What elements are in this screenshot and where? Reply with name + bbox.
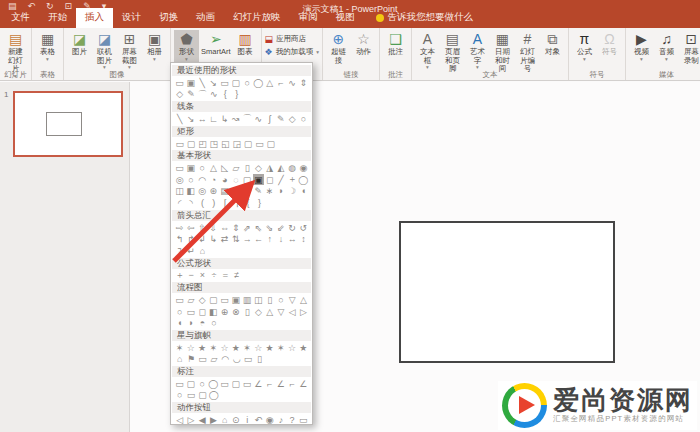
shape-cell[interactable]: ▣ xyxy=(185,77,196,88)
shape-cell[interactable]: ▢ xyxy=(242,138,253,149)
shape-cell[interactable]: ◯ xyxy=(298,174,309,185)
shape-cell[interactable]: ☆ xyxy=(219,342,230,353)
shape-cell[interactable]: ⇩ xyxy=(208,222,219,233)
shape-cell[interactable]: ★ xyxy=(264,342,275,353)
shape-cell[interactable]: ◎ xyxy=(174,174,185,185)
shape-cell[interactable]: ↳ xyxy=(208,233,219,244)
shape-cell[interactable]: ★ xyxy=(230,342,241,353)
shape-cell[interactable]: ▷ xyxy=(185,414,196,425)
shape-cell[interactable]: ↳ xyxy=(219,113,230,124)
tab-view[interactable]: 视图 xyxy=(327,8,364,28)
shape-cell[interactable]: ⇨ xyxy=(174,222,185,233)
shape-cell[interactable]: ▢ xyxy=(197,390,208,401)
shape-cell[interactable]: ★ xyxy=(197,342,208,353)
shape-cell[interactable]: ▢ xyxy=(208,294,219,305)
shape-cell[interactable]: ⇙ xyxy=(275,222,286,233)
shape-cell[interactable]: ▭ xyxy=(174,294,185,305)
symbol-button[interactable]: Ω符号 xyxy=(597,30,622,58)
screen-record-button[interactable]: ⊡屏幕录制 xyxy=(679,30,700,66)
shapes-button[interactable]: ⬟形状▾ xyxy=(174,30,199,63)
shape-cell[interactable]: ⇄ xyxy=(219,233,230,244)
shape-cell[interactable]: ▱ xyxy=(230,162,241,173)
shape-cell[interactable]: ○ xyxy=(174,390,185,401)
shape-cell[interactable]: ↴ xyxy=(174,245,185,256)
shape-cell[interactable]: ⊗ xyxy=(230,306,241,317)
shape-cell[interactable]: ▭ xyxy=(242,354,253,365)
shape-cell[interactable]: ⌂ xyxy=(219,414,230,425)
shape-cell[interactable]: ╲ xyxy=(197,77,208,88)
shape-cell[interactable]: ◁ xyxy=(287,306,298,317)
shape-cell[interactable]: ↻ xyxy=(287,222,298,233)
tab-review[interactable]: 审阅 xyxy=(290,8,327,28)
shape-cell[interactable]: △ xyxy=(298,294,309,305)
store-button[interactable]: ⬓应用商店 xyxy=(265,34,319,44)
online-pictures-button[interactable]: ◪联机图片▾ xyxy=(92,30,117,71)
shape-cell[interactable]: ÷ xyxy=(208,270,219,281)
shape-cell[interactable]: ◌ xyxy=(230,174,241,185)
shape-cell[interactable]: ◠ xyxy=(220,354,231,365)
tab-slideshow[interactable]: 幻灯片放映 xyxy=(224,8,290,28)
shape-cell[interactable]: ▢ xyxy=(230,378,241,389)
shape-cell[interactable]: ↓ xyxy=(275,233,286,244)
shape-cell[interactable]: ▯ xyxy=(242,162,253,173)
shape-cell[interactable]: ) xyxy=(208,197,219,208)
shape-cell[interactable]: ↲ xyxy=(197,233,208,244)
shape-cell[interactable]: ◒ xyxy=(230,186,241,197)
date-time-button[interactable]: ▦日期和时间 xyxy=(490,30,515,75)
textbox-button[interactable]: A文本框▾ xyxy=(415,30,440,71)
shape-cell[interactable]: ○ xyxy=(174,306,185,317)
shape-cell[interactable]: ◻ xyxy=(264,174,275,185)
shape-cell[interactable]: ∠ xyxy=(298,378,309,389)
shape-cell[interactable]: ⌂ xyxy=(197,245,208,256)
shape-cell[interactable]: ⌐ xyxy=(287,378,298,389)
shape-cell[interactable]: ⊛ xyxy=(208,186,219,197)
shape-cell[interactable]: ? xyxy=(287,414,298,425)
shape-cell[interactable]: ⚑ xyxy=(185,354,196,365)
my-addins-button[interactable]: ❖我的加载项▾ xyxy=(265,47,319,57)
shape-cell[interactable]: ↶ xyxy=(253,414,264,425)
shape-cell[interactable]: ⇦ xyxy=(185,222,196,233)
shape-cell[interactable]: ✶ xyxy=(174,342,185,353)
shape-cell[interactable]: ◇ xyxy=(253,162,264,173)
shape-cell[interactable]: ○ xyxy=(242,77,253,88)
shape-cell[interactable]: } xyxy=(231,89,242,100)
shape-cell[interactable]: ⇖ xyxy=(253,222,264,233)
shape-cell[interactable]: ▭ xyxy=(174,138,185,149)
shape-cell[interactable]: ◡ xyxy=(231,354,242,365)
shape-cell[interactable]: ∿ xyxy=(208,89,219,100)
shape-cell[interactable]: ◺ xyxy=(219,162,230,173)
shape-cell[interactable]: ⌂ xyxy=(174,354,185,365)
shape-cell[interactable]: ✎ xyxy=(185,89,196,100)
shape-cell[interactable]: ☽ xyxy=(287,186,298,197)
shape-cell[interactable]: ⇅ xyxy=(230,233,241,244)
shape-cell[interactable]: ← xyxy=(253,233,264,244)
shape-cell[interactable]: ∠ xyxy=(275,378,286,389)
shape-cell[interactable]: ○ xyxy=(208,317,219,328)
shape-cell[interactable]: ＋ xyxy=(174,270,185,281)
shape-cell[interactable]: ◇ xyxy=(197,294,208,305)
object-button[interactable]: ⧉对象 xyxy=(540,30,565,58)
shape-cell[interactable]: ▽ xyxy=(287,294,298,305)
shape-cell[interactable]: ☆ xyxy=(185,342,196,353)
shape-cell[interactable]: ☆ xyxy=(253,342,264,353)
comment-button[interactable]: ❑批注 xyxy=(383,30,408,58)
shape-cell[interactable]: △ xyxy=(264,306,275,317)
shape-cell[interactable]: ⌉ xyxy=(231,197,242,208)
shape-cell[interactable]: ✎ xyxy=(253,186,264,197)
shape-cell[interactable]: ▢ xyxy=(185,138,196,149)
shape-cell[interactable]: ◀ xyxy=(197,414,208,425)
shape-cell[interactable]: ◰ xyxy=(197,138,208,149)
shape-cell[interactable]: ↱ xyxy=(185,233,196,244)
shape-cell[interactable]: ∿ xyxy=(287,77,298,88)
shape-cell[interactable]: − xyxy=(185,270,196,281)
tab-file[interactable]: 文件 xyxy=(2,8,39,28)
slide-thumbnail[interactable] xyxy=(13,91,123,157)
shape-cell[interactable]: ◲ xyxy=(231,138,242,149)
shape-cell[interactable]: ◇ xyxy=(287,113,298,124)
shape-cell[interactable]: ✶ xyxy=(242,342,253,353)
shape-cell[interactable]: ▯ xyxy=(242,306,253,317)
shape-cell[interactable]: ʃ xyxy=(264,113,275,124)
tab-transitions[interactable]: 切换 xyxy=(150,8,187,28)
screenshot-button[interactable]: ⊞屏幕截图▾ xyxy=(117,30,142,71)
shape-cell[interactable]: ▭ xyxy=(185,390,196,401)
